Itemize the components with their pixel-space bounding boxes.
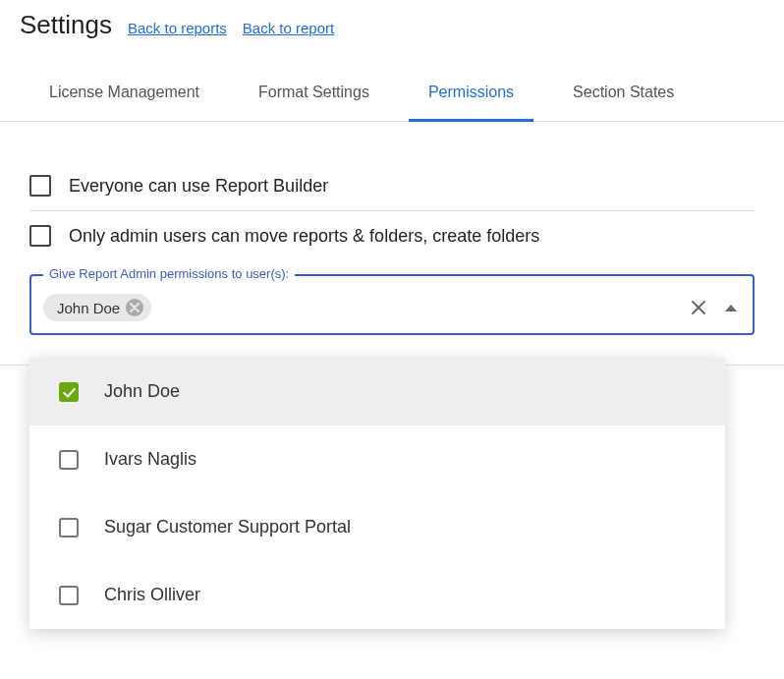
tabs: License Management Format Settings Permi… [0,58,784,122]
page-title: Settings [20,10,112,40]
tab-permissions[interactable]: Permissions [399,58,543,121]
tab-license-management[interactable]: License Management [20,58,229,121]
tab-section-states[interactable]: Section States [543,58,703,121]
dropdown-item-john-doe[interactable]: John Doe [29,358,725,366]
tab-content: Everyone can use Report Builder Only adm… [0,122,784,366]
back-to-report-link[interactable]: Back to report [243,20,334,36]
report-admin-multiselect[interactable]: Give Report Admin permissions to user(s)… [29,274,755,335]
checkbox-everyone-report-builder[interactable] [29,175,51,197]
chip-remove-icon[interactable] [126,299,143,316]
checkbox-label: Only admin users can move reports & fold… [69,226,539,247]
multiselect-inner: John Doe [43,294,741,321]
permission-row-admin-move: Only admin users can move reports & fold… [29,210,755,260]
user-chip: John Doe [43,294,151,321]
checkbox-admin-move-reports[interactable] [29,225,51,247]
chevron-up-icon[interactable] [725,305,737,311]
back-to-reports-link[interactable]: Back to reports [128,20,227,36]
multiselect-legend: Give Report Admin permissions to user(s)… [43,266,295,281]
permission-row-report-builder: Everyone can use Report Builder [29,161,755,210]
clear-icon[interactable] [690,299,707,316]
user-dropdown[interactable]: John Doe Ivars Naglis Sugar Customer Sup… [29,358,725,366]
tab-format-settings[interactable]: Format Settings [229,58,399,121]
checkbox-label: Everyone can use Report Builder [69,176,328,197]
chip-label: John Doe [57,300,120,316]
page-header: Settings Back to reports Back to report [0,0,784,58]
